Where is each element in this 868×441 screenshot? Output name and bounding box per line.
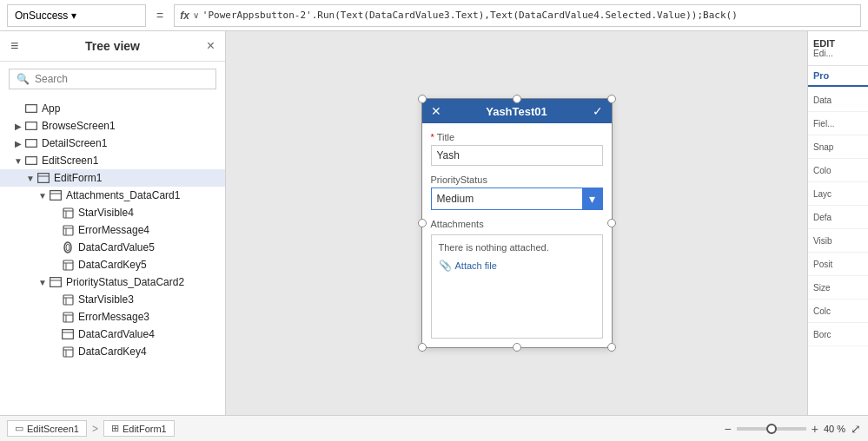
tree-item-label: BrowseScreen1 [42, 120, 116, 132]
title-input[interactable] [431, 145, 603, 166]
handle-topleft[interactable] [418, 95, 427, 103]
fullscreen-icon[interactable]: ⤢ [851, 422, 861, 436]
svg-rect-1 [26, 122, 37, 130]
right-panel-items: DataFiel...SnapColoLaycDefaVisibPositSiz… [808, 89, 868, 346]
phone-frame: ✕ YashTest01 ✓ * Title PriorityStatus Me… [421, 98, 613, 348]
right-panel-item-label: Data [813, 95, 832, 105]
sidebar-header: ≡ Tree view × [0, 31, 225, 62]
zoom-slider[interactable] [737, 427, 806, 431]
svg-rect-8 [63, 208, 73, 218]
right-panel-item-label: Colc [813, 306, 831, 316]
tree-item-icon [61, 293, 75, 306]
formula-bar[interactable]: fx ∨ 'PowerAppsbutton-2'.Run(Text(DataCa… [174, 4, 861, 27]
right-panel-property-item[interactable]: Borc [808, 323, 868, 346]
right-panel-property-item[interactable]: Data [808, 89, 868, 112]
title-required-star: * [431, 132, 434, 142]
svg-rect-29 [63, 347, 73, 357]
attach-file-button[interactable]: 📎 Attach file [439, 260, 595, 272]
handle-topright[interactable] [607, 95, 616, 103]
right-panel-item-label: Visib [813, 236, 832, 246]
tree-item-editform1[interactable]: ▼EditForm1 [0, 169, 225, 187]
handle-right[interactable] [607, 219, 616, 227]
tree-item-starvisible3[interactable]: StarVisible3 [0, 291, 225, 308]
right-panel-property-item[interactable]: Layc [808, 182, 868, 206]
phone-close-icon[interactable]: ✕ [431, 104, 441, 118]
tree-item-icon [24, 154, 38, 168]
right-panel-edit-label: EDIT [813, 38, 863, 49]
right-panel-item-label: Borc [813, 330, 832, 339]
search-box: 🔍 [9, 69, 216, 89]
tree-item-label: StarVisible4 [78, 207, 134, 219]
tree-view: App▶BrowseScreen1▶DetailScreen1▼EditScre… [0, 96, 225, 415]
breadcrumb-editform1[interactable]: ⊞ EditForm1 [103, 420, 175, 437]
svg-rect-16 [63, 260, 73, 270]
phone-check-icon[interactable]: ✓ [593, 104, 603, 118]
handle-top[interactable] [513, 95, 521, 103]
close-icon[interactable]: × [207, 38, 215, 54]
breadcrumb-editscreen1-label: EditScreen1 [27, 424, 79, 434]
tree-item-datacardvalue5[interactable]: DataCardValue5 [0, 239, 225, 256]
right-panel-item-label: Fiel... [813, 119, 834, 128]
right-panel-item-label: Layc [813, 189, 832, 199]
tree-item-icon [61, 345, 75, 359]
svg-rect-0 [26, 105, 37, 113]
tree-item-attachments_datacard1[interactable]: ▼Attachments_DataCard1 [0, 187, 225, 204]
search-input[interactable] [35, 73, 209, 85]
phone-body: * Title PriorityStatus Medium ▾ Attachme… [422, 123, 612, 347]
zoom-percentage: 40 % [824, 424, 845, 434]
tree-arrow-icon: ▼ [36, 191, 49, 201]
tree-item-errormessage3[interactable]: ErrorMessage3 [0, 308, 225, 326]
tree-item-prioritystatus_datacard2[interactable]: ▼PriorityStatus_DataCard2 [0, 273, 225, 291]
tree-item-app[interactable]: App [0, 100, 225, 117]
handle-bottomleft[interactable] [418, 343, 427, 352]
handle-left[interactable] [418, 219, 427, 227]
zoom-minus-button[interactable]: − [725, 422, 732, 436]
svg-rect-19 [50, 278, 62, 287]
tree-arrow-icon: ▼ [12, 156, 24, 166]
right-panel-property-item[interactable]: Defa [808, 206, 868, 229]
tree-item-detailscreen1[interactable]: ▶DetailScreen1 [0, 135, 225, 152]
right-panel-property-item[interactable]: Fiel... [808, 112, 868, 135]
onsuccess-dropdown[interactable]: OnSuccess ▾ [7, 4, 146, 27]
tree-item-icon [24, 136, 38, 150]
right-panel-property-item[interactable]: Visib [808, 229, 868, 253]
hamburger-icon[interactable]: ≡ [10, 38, 18, 54]
svg-rect-21 [63, 295, 73, 305]
priority-dropdown[interactable]: Medium ▾ [431, 188, 603, 210]
main-area: ≡ Tree view × 🔍 App▶BrowseScreen1▶Detail… [0, 31, 868, 415]
right-panel-property-item[interactable]: Posit [808, 253, 868, 276]
tree-item-datacardkey5[interactable]: DataCardKey5 [0, 256, 225, 273]
formula-arrow-icon: ∨ [193, 10, 199, 20]
breadcrumb-editform1-label: EditForm1 [123, 424, 167, 434]
tree-item-datacardkey4[interactable]: DataCardKey4 [0, 343, 225, 360]
tree-item-icon [61, 327, 75, 341]
tree-item-icon [24, 119, 38, 133]
tree-item-browsescreen1[interactable]: ▶BrowseScreen1 [0, 117, 225, 135]
tree-item-datacardvalue4[interactable]: DataCardValue4 [0, 326, 225, 343]
tree-item-editscreen1[interactable]: ▼EditScreen1 [0, 152, 225, 169]
tree-item-starvisible4[interactable]: StarVisible4 [0, 204, 225, 221]
form-icon: ⊞ [111, 423, 119, 434]
tree-item-label: Attachments_DataCard1 [66, 189, 180, 201]
handle-bottom[interactable] [513, 343, 521, 352]
tree-item-errormessage4[interactable]: ErrorMessage4 [0, 221, 225, 239]
dropdown-chevron-icon[interactable]: ▾ [582, 188, 602, 209]
tree-item-icon [49, 275, 63, 289]
tree-arrow-icon: ▼ [24, 174, 36, 183]
properties-tab[interactable]: Pro [808, 66, 868, 87]
right-panel-item-label: Colo [813, 166, 832, 175]
tree-item-label: DataCardKey5 [78, 259, 147, 271]
zoom-plus-button[interactable]: + [812, 422, 818, 436]
right-panel-property-item[interactable]: Colo [808, 159, 868, 182]
right-panel-property-item[interactable]: Size [808, 276, 868, 299]
tree-item-icon [24, 102, 38, 115]
right-panel-subtitle: Edi... [813, 49, 863, 58]
tree-item-label: DataCardValue4 [78, 328, 155, 340]
sidebar: ≡ Tree view × 🔍 App▶BrowseScreen1▶Detail… [0, 31, 226, 415]
right-panel-property-item[interactable]: Snap [808, 135, 868, 159]
sidebar-title: Tree view [85, 39, 140, 53]
zoom-slider-thumb[interactable] [766, 424, 777, 434]
right-panel-property-item[interactable]: Colc [808, 299, 868, 323]
breadcrumb-editscreen1[interactable]: ▭ EditScreen1 [7, 420, 87, 437]
handle-bottomright[interactable] [607, 343, 616, 352]
